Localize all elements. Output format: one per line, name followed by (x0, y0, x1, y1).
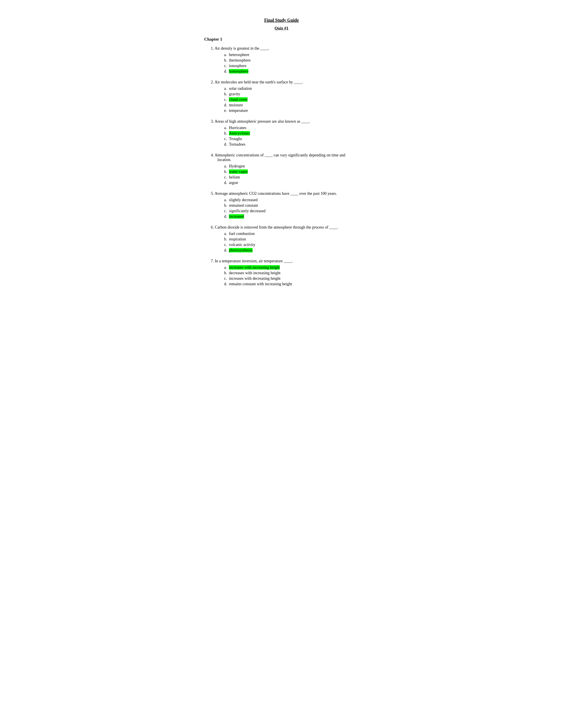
answer-label: d. (224, 103, 229, 107)
answer-item: b.thermosphere (224, 58, 359, 63)
answer-label: c. (224, 175, 229, 180)
answer-text: temperature (229, 108, 248, 113)
answer-text: increases with decreasing height (229, 276, 280, 281)
answer-item: a.Hydrogen (224, 164, 359, 169)
question-7-text: 7. In a temperature inversion, air tempe… (211, 259, 359, 263)
question-3-text: 3. Areas of high atmospheric pressure ar… (211, 119, 359, 124)
answer-item: d.moisture (224, 103, 359, 107)
question-2-text: 2. Air molecules are held near the earth… (211, 80, 359, 84)
answer-text: helium (229, 175, 240, 179)
question-6: 6. Carbon dioxide is removed from the at… (204, 225, 359, 253)
answer-label: b. (224, 237, 229, 242)
page-title: Final Study Guide (204, 18, 359, 23)
answer-item: d.photosynthesis (224, 248, 359, 253)
answer-item: b.water vapor (224, 169, 359, 174)
answer-text: volcanic activity (229, 242, 255, 247)
answer-item: c.cloud cover (224, 97, 359, 102)
answer-item: d.Tornadoes (224, 142, 359, 147)
answer-text: increases with increasing height (229, 265, 280, 270)
answer-label: a. (224, 126, 229, 130)
answer-text: ionosphere (229, 64, 246, 68)
answer-text: argon (229, 180, 238, 185)
answer-label: b. (224, 58, 229, 63)
answer-item: b.respiration (224, 237, 359, 242)
answer-item: b.decreases with increasing height (224, 271, 359, 275)
answer-text: fuel combustion (229, 231, 254, 236)
answer-label: c. (224, 242, 229, 247)
answer-label: b. (224, 271, 229, 275)
answer-item: d.increased (224, 214, 359, 219)
question-5-answers: a.slightly decreasedb.remained constantc… (224, 198, 359, 219)
question-1: 1. Air density is greatest in the ____.a… (204, 46, 359, 74)
answer-label: e. (224, 108, 229, 113)
question-1-text: 1. Air density is greatest in the ____. (211, 46, 359, 51)
answer-item: d.remains constant with increasing heigh… (224, 282, 359, 286)
answer-text: respiration (229, 237, 246, 241)
answer-label: c. (224, 137, 229, 141)
answer-item: a.fuel combustion (224, 231, 359, 236)
answer-item: c.increases with decreasing height (224, 276, 359, 281)
answer-text: thermosphere (229, 58, 250, 62)
answer-item: c.Troughs (224, 137, 359, 141)
answer-label: a. (224, 265, 229, 270)
answer-text: increased (229, 214, 244, 219)
answer-item: d.argon (224, 180, 359, 185)
question-2-answers: a.solar radiationb.gravityc.cloud coverd… (224, 86, 359, 113)
answer-label: d. (224, 180, 229, 185)
answer-text: significantly decreased (229, 209, 265, 213)
answer-text: cloud cover (229, 97, 247, 102)
answer-label: d. (224, 248, 229, 253)
answer-text: decreases with increasing height (229, 271, 280, 275)
chapter-title: Chapter 1 (204, 37, 359, 42)
question-4-answers: a.Hydrogenb.water vaporc.heliumd.argon (224, 164, 359, 185)
answer-item: c.significantly decreased (224, 209, 359, 213)
answer-text: Troughs (229, 137, 242, 141)
answer-item: c.volcanic activity (224, 242, 359, 247)
answer-text: homosphere (229, 69, 248, 73)
answer-label: c. (224, 276, 229, 281)
question-4-text: 4. Atmospheric concentrations of ____ ca… (211, 153, 359, 162)
answer-item: c.ionosphere (224, 64, 359, 68)
question-6-text: 6. Carbon dioxide is removed from the at… (211, 225, 359, 230)
answer-item: b.gravity (224, 92, 359, 96)
question-5-text: 5. Average atmospheric CO2 concentration… (211, 191, 359, 196)
page-header: Final Study Guide Quiz #1 (204, 18, 359, 31)
answer-label: a. (224, 198, 229, 202)
answer-item: d.homosphere (224, 69, 359, 74)
answer-item: b.remained constant (224, 203, 359, 208)
answer-label: b. (224, 131, 229, 136)
question-3-answers: a.Hurricanesb.Anticyclonesc.Troughsd.Tor… (224, 126, 359, 147)
answer-label: d. (224, 69, 229, 74)
answer-text: remained constant (229, 203, 258, 208)
question-7-answers: a.increases with increasing heightb.decr… (224, 265, 359, 286)
answer-text: Hydrogen (229, 164, 245, 168)
answer-item: e.temperature (224, 108, 359, 113)
answer-label: a. (224, 164, 229, 169)
answer-item: a.heterosphere (224, 53, 359, 57)
answer-item: a.Hurricanes (224, 126, 359, 130)
answer-text: slightly decreased (229, 198, 257, 202)
question-7: 7. In a temperature inversion, air tempe… (204, 259, 359, 286)
answer-label: b. (224, 169, 229, 174)
answer-label: c. (224, 97, 229, 102)
question-3: 3. Areas of high atmospheric pressure ar… (204, 119, 359, 147)
answer-item: a.solar radiation (224, 86, 359, 91)
answer-label: d. (224, 282, 229, 286)
answer-text: Hurricanes (229, 126, 246, 130)
answer-item: c.helium (224, 175, 359, 180)
answer-label: a. (224, 86, 229, 91)
answer-label: d. (224, 142, 229, 147)
answer-text: solar radiation (229, 86, 252, 91)
answer-item: b.Anticyclones (224, 131, 359, 136)
answer-text: water vapor (229, 169, 248, 174)
answer-text: gravity (229, 92, 240, 96)
answer-text: moisture (229, 103, 243, 107)
answer-label: b. (224, 92, 229, 96)
quiz-title: Quiz #1 (204, 26, 359, 31)
question-6-answers: a.fuel combustionb.respirationc.volcanic… (224, 231, 359, 253)
answer-text: Tornadoes (229, 142, 245, 146)
question-1-answers: a.heterosphereb.thermospherec.ionosphere… (224, 53, 359, 74)
question-2: 2. Air molecules are held near the earth… (204, 80, 359, 113)
answer-item: a.increases with increasing height (224, 265, 359, 270)
answer-text: heterosphere (229, 53, 249, 57)
